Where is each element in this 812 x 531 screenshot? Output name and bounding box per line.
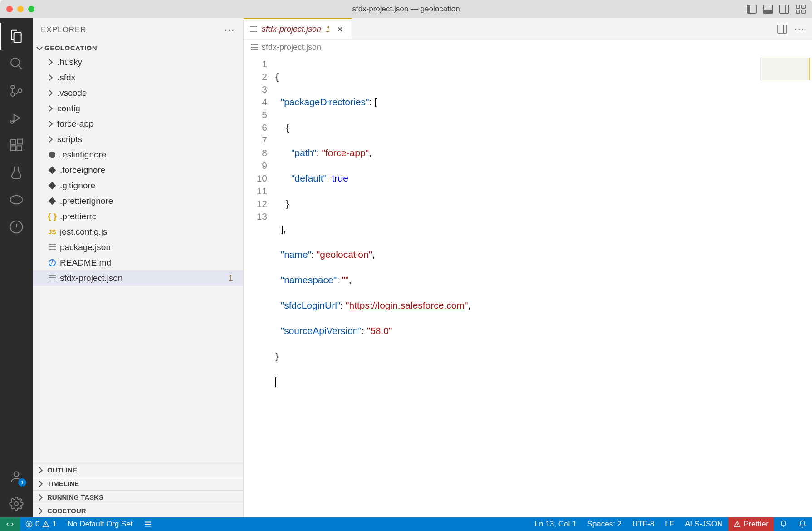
line-number: 8 (244, 147, 267, 159)
collapsed-section[interactable]: OUTLINE (33, 463, 243, 477)
chevron-right-icon (36, 480, 43, 487)
run-debug-activity[interactable] (0, 104, 33, 132)
encoding-status[interactable]: UTF-8 (627, 520, 660, 529)
customize-layout-icon[interactable] (796, 5, 806, 14)
svg-point-3 (18, 89, 22, 93)
file-type-icon: JS (47, 228, 57, 236)
split-editor-icon[interactable] (777, 25, 787, 34)
item-label: .vscode (57, 88, 87, 98)
folder-item[interactable]: force-app (33, 116, 243, 132)
chevron-right-icon (46, 90, 53, 96)
section-label: TIMELINE (47, 480, 79, 487)
minimize-window-button[interactable] (17, 6, 24, 12)
folder-item[interactable]: .husky (33, 54, 243, 70)
file-item[interactable]: .eslintignore (33, 147, 243, 162)
editor-tab[interactable]: sfdx-project.json 1 ✕ (244, 18, 352, 39)
breadcrumb[interactable]: sfdx-project.json (244, 40, 812, 55)
tab-close-icon[interactable]: ✕ (335, 25, 345, 34)
source-control-activity[interactable] (0, 77, 33, 104)
line-number: 9 (244, 159, 267, 172)
toggle-secondary-sidebar-icon[interactable] (779, 5, 789, 14)
explorer-activity[interactable] (0, 23, 33, 50)
title-bar: sfdx-project.json — geolocation (0, 0, 812, 18)
extensions-activity[interactable] (0, 132, 33, 159)
collapsed-section[interactable]: RUNNING TASKS (33, 490, 243, 504)
line-number: 12 (244, 197, 267, 210)
language-status[interactable]: ALS-JSON (680, 520, 728, 529)
item-label: scripts (57, 134, 82, 144)
feedback-icon[interactable] (774, 520, 793, 528)
minimap[interactable] (760, 58, 810, 80)
notifications-icon[interactable] (793, 520, 812, 528)
project-section-header[interactable]: GEOLOCATION (33, 41, 243, 54)
editor-body[interactable]: 12345678910111213 { "packageDirectories"… (244, 55, 812, 517)
svg-rect-5 (11, 140, 16, 145)
collapsed-section[interactable]: TIMELINE (33, 477, 243, 490)
folder-item[interactable]: .sfdx (33, 70, 243, 85)
collapsed-section[interactable]: CODETOUR (33, 504, 243, 517)
tab-modified-indicator: 1 (326, 25, 330, 34)
editor-region: sfdx-project.json 1 ✕ ··· sfdx-project.j… (244, 18, 812, 517)
chevron-right-icon (46, 105, 53, 112)
line-number: 7 (244, 134, 267, 147)
item-label: .husky (57, 57, 82, 67)
problems-status[interactable]: 0 1 (20, 520, 62, 529)
line-number: 2 (244, 70, 267, 83)
menu-status-icon[interactable] (138, 520, 157, 528)
toggle-panel-icon[interactable] (763, 5, 773, 14)
file-type-icon (47, 244, 57, 251)
title-layout-icons (747, 5, 812, 14)
close-window-button[interactable] (6, 6, 13, 12)
search-activity[interactable] (0, 50, 33, 77)
traffic-lights (0, 6, 34, 12)
svg-point-11 (14, 472, 19, 477)
toggle-primary-sidebar-icon[interactable] (747, 5, 757, 14)
file-item[interactable]: sfdx-project.json1 (33, 270, 243, 286)
line-number: 6 (244, 121, 267, 134)
testing-activity[interactable] (0, 159, 33, 186)
problems-activity[interactable] (0, 213, 33, 241)
file-item[interactable]: .prettierignore (33, 193, 243, 209)
cursor-position[interactable]: Ln 13, Col 1 (529, 520, 582, 529)
accounts-activity[interactable]: 1 (0, 463, 33, 490)
breadcrumb-file: sfdx-project.json (262, 43, 321, 52)
file-type-icon (47, 198, 57, 204)
item-label: jest.config.js (60, 227, 108, 237)
item-label: .prettierrc (60, 211, 96, 221)
line-number: 13 (244, 210, 267, 223)
svg-point-12 (15, 502, 18, 506)
eol-status[interactable]: LF (660, 520, 680, 529)
error-count: 0 (35, 520, 39, 529)
svg-rect-6 (11, 146, 16, 151)
item-label: README.md (60, 258, 111, 268)
file-item[interactable]: README.md (33, 255, 243, 270)
maximize-window-button[interactable] (28, 6, 34, 12)
salesforce-activity[interactable] (0, 186, 33, 213)
item-badge: 1 (228, 273, 238, 283)
sidebar-more-icon[interactable]: ··· (225, 25, 235, 35)
folder-item[interactable]: .vscode (33, 85, 243, 101)
prettier-status[interactable]: Prettier (728, 517, 774, 531)
file-item[interactable]: .gitignore (33, 178, 243, 193)
settings-activity[interactable] (0, 490, 33, 517)
file-item[interactable]: { }.prettierrc (33, 209, 243, 224)
file-item[interactable]: package.json (33, 240, 243, 255)
chevron-right-icon (36, 467, 43, 473)
editor-more-icon[interactable]: ··· (794, 24, 805, 34)
file-item[interactable]: JSjest.config.js (33, 224, 243, 240)
org-status[interactable]: No Default Org Set (62, 520, 138, 529)
file-item[interactable]: .forceignore (33, 162, 243, 178)
code-area[interactable]: { "packageDirectories": [ { "path": "for… (275, 55, 812, 517)
chevron-right-icon (46, 136, 53, 143)
folder-item[interactable]: scripts (33, 132, 243, 147)
indentation-status[interactable]: Spaces: 2 (582, 520, 627, 529)
item-label: sfdx-project.json (60, 273, 122, 283)
tab-filename: sfdx-project.json (262, 25, 321, 34)
project-name: GEOLOCATION (44, 44, 97, 52)
remote-indicator[interactable] (0, 517, 20, 531)
line-number: 1 (244, 58, 267, 70)
file-type-icon: { } (47, 211, 57, 221)
status-bar: 0 1 No Default Org Set Ln 13, Col 1 Spac… (0, 517, 812, 531)
window-title: sfdx-project.json — geolocation (352, 5, 460, 14)
folder-item[interactable]: config (33, 101, 243, 116)
